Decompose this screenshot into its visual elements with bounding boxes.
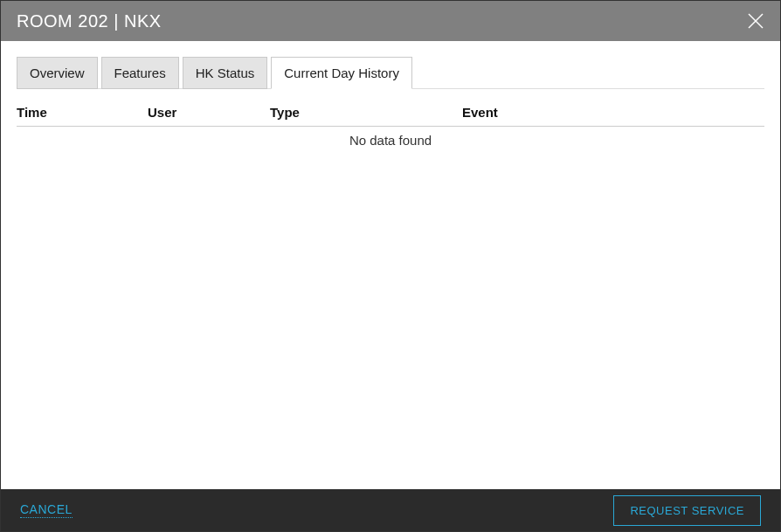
tab-content: Time User Type Event No data found: [17, 88, 764, 154]
col-type: Type: [270, 105, 462, 120]
col-user: User: [148, 105, 270, 120]
col-time: Time: [17, 105, 148, 120]
tab-bar: Overview Features HK Status Current Day …: [17, 57, 764, 89]
tab-hk-status[interactable]: HK Status: [183, 57, 268, 89]
modal-header: ROOM 202 | NKX: [1, 1, 780, 41]
tab-features[interactable]: Features: [101, 57, 179, 89]
table-header: Time User Type Event: [17, 105, 764, 127]
modal-footer: CANCEL REQUEST SERVICE: [1, 489, 780, 531]
history-table: Time User Type Event No data found: [17, 105, 764, 154]
tab-overview[interactable]: Overview: [17, 57, 98, 89]
close-icon[interactable]: [747, 12, 764, 30]
request-service-button[interactable]: REQUEST SERVICE: [613, 495, 761, 526]
room-modal: ROOM 202 | NKX Overview Features HK Stat…: [0, 0, 781, 532]
modal-body: Overview Features HK Status Current Day …: [1, 41, 780, 489]
no-data-message: No data found: [17, 127, 764, 154]
cancel-button[interactable]: CANCEL: [20, 502, 73, 518]
col-event: Event: [462, 105, 764, 120]
modal-title: ROOM 202 | NKX: [17, 11, 162, 31]
tab-current-day-history[interactable]: Current Day History: [271, 57, 412, 89]
